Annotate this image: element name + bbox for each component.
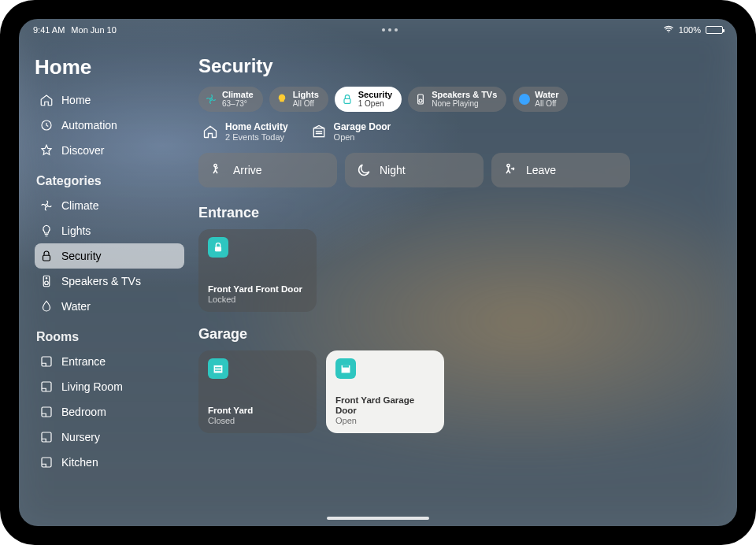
sidebar-item-label: Living Room xyxy=(61,380,123,393)
svg-point-2 xyxy=(46,205,48,207)
sidebar-item-water[interactable]: Water xyxy=(35,294,184,319)
scene-label: Leave xyxy=(526,164,556,176)
tile-name: Front Yard Front Door xyxy=(208,284,307,295)
tile-status: Open xyxy=(335,416,435,425)
garage-icon xyxy=(208,358,228,379)
sidebar-item-label: Climate xyxy=(61,199,98,212)
speaker-icon xyxy=(414,93,427,106)
sidebar-item-label: Bedroom xyxy=(61,406,106,418)
info-title: Home Activity xyxy=(225,121,288,132)
room-icon xyxy=(39,430,54,444)
page-title: Security xyxy=(198,55,713,77)
svg-point-5 xyxy=(45,281,49,285)
sidebar-item-security[interactable]: Security xyxy=(35,243,184,269)
scene-arrive[interactable]: Arrive xyxy=(198,153,337,187)
svg-point-6 xyxy=(46,278,47,280)
section-title-garage: Garage xyxy=(198,326,713,343)
sidebar-item-label: Nursery xyxy=(61,431,100,443)
star-icon xyxy=(39,143,54,158)
lock-icon xyxy=(341,93,354,106)
chip-title: Climate xyxy=(222,91,254,100)
svg-rect-11 xyxy=(42,458,51,467)
sidebar-item-label: Water xyxy=(61,300,91,313)
bulb-icon xyxy=(276,93,288,106)
home-indicator[interactable] xyxy=(327,517,429,520)
screen: 9:41 AM Mon Jun 10 100% Home Home xyxy=(19,19,737,526)
svg-point-15 xyxy=(419,99,422,102)
sidebar-item-home[interactable]: Home xyxy=(35,87,184,113)
svg-rect-3 xyxy=(43,255,50,261)
tile-garage-open[interactable]: Front Yard Garage DoorOpen xyxy=(326,350,444,433)
sidebar-room-living[interactable]: Living Room xyxy=(35,374,184,399)
room-icon xyxy=(39,354,54,369)
svg-point-12 xyxy=(210,98,213,101)
battery-percent: 100% xyxy=(679,25,701,35)
chip-subtitle: All Off xyxy=(293,100,319,109)
house-icon xyxy=(39,93,54,107)
chip-subtitle: None Playing xyxy=(432,100,497,109)
tile-front-door[interactable]: Front Yard Front DoorLocked xyxy=(198,229,317,312)
fan-icon xyxy=(205,93,217,106)
svg-rect-22 xyxy=(343,365,349,368)
tile-name: Front Yard Garage Door xyxy=(335,395,435,416)
category-chips: Climate63–73° LightsAll Off Security1 Op… xyxy=(198,87,713,112)
sidebar-item-label: Discover xyxy=(61,144,104,157)
sidebar-item-label: Automation xyxy=(61,119,117,132)
chip-lights[interactable]: LightsAll Off xyxy=(269,87,328,112)
sidebar-item-discover[interactable]: Discover xyxy=(35,138,184,163)
sidebar-room-bedroom[interactable]: Bedroom xyxy=(35,399,184,425)
chip-subtitle: 1 Open xyxy=(358,100,392,109)
sidebar-room-kitchen[interactable]: Kitchen xyxy=(35,450,184,475)
chip-title: Security xyxy=(358,91,392,100)
room-icon xyxy=(39,380,54,394)
svg-point-17 xyxy=(214,165,217,167)
sidebar-item-climate[interactable]: Climate xyxy=(35,193,184,218)
arrive-icon xyxy=(209,162,225,178)
sidebar-item-label: Kitchen xyxy=(61,456,98,469)
main-content: Security Climate63–73° LightsAll Off Sec… xyxy=(194,38,737,526)
sidebar-item-label: Lights xyxy=(61,224,91,237)
chip-climate[interactable]: Climate63–73° xyxy=(198,87,263,112)
status-date: Mon Jun 10 xyxy=(71,25,116,35)
sidebar-room-entrance[interactable]: Entrance xyxy=(35,349,184,374)
sidebar-room-nursery[interactable]: Nursery xyxy=(35,425,184,450)
info-garage-door[interactable]: Garage DoorOpen xyxy=(310,121,391,142)
scene-label: Arrive xyxy=(233,164,262,176)
svg-rect-9 xyxy=(42,407,51,417)
battery-icon xyxy=(706,26,723,34)
chip-subtitle: All Off xyxy=(535,100,558,109)
leave-icon xyxy=(502,162,518,178)
chip-water[interactable]: WaterAll Off xyxy=(513,87,568,112)
garage-icon xyxy=(310,123,328,140)
section-title-entrance: Entrance xyxy=(198,205,713,221)
app-title: Home xyxy=(35,55,184,80)
info-subtitle: Open xyxy=(334,132,391,142)
multitask-dots[interactable] xyxy=(382,28,398,32)
sidebar-section-rooms: Rooms xyxy=(36,330,184,344)
sidebar-item-speakers[interactable]: Speakers & TVs xyxy=(35,269,184,294)
speaker-icon xyxy=(39,274,54,288)
tile-name: Front Yard xyxy=(208,406,307,416)
tile-status: Closed xyxy=(208,416,307,425)
svg-point-18 xyxy=(507,165,510,167)
info-home-activity[interactable]: Home Activity2 Events Today xyxy=(202,121,288,142)
tile-garage-closed[interactable]: Front YardClosed xyxy=(198,350,317,433)
scene-leave[interactable]: Leave xyxy=(491,153,630,187)
tile-status: Locked xyxy=(208,295,307,304)
chip-speakers[interactable]: Speakers & TVsNone Playing xyxy=(408,87,506,112)
sidebar-item-automation[interactable]: Automation xyxy=(35,113,184,138)
chip-security[interactable]: Security1 Open xyxy=(335,87,402,112)
scenes-row: Arrive Night Leave xyxy=(198,153,713,187)
svg-rect-8 xyxy=(42,382,51,391)
device-frame: 9:41 AM Mon Jun 10 100% Home Home xyxy=(0,0,756,545)
sidebar-section-categories: Categories xyxy=(36,174,184,188)
sidebar-item-label: Speakers & TVs xyxy=(61,275,141,287)
info-row: Home Activity2 Events Today Garage DoorO… xyxy=(202,121,713,142)
room-icon xyxy=(39,455,54,469)
info-title: Garage Door xyxy=(334,121,391,132)
scene-night[interactable]: Night xyxy=(345,153,484,187)
sidebar-item-lights[interactable]: Lights xyxy=(35,218,184,243)
sidebar: Home Home Automation Discover Categories… xyxy=(19,38,194,526)
chip-subtitle: 63–73° xyxy=(222,100,254,109)
lock-icon xyxy=(39,249,54,263)
